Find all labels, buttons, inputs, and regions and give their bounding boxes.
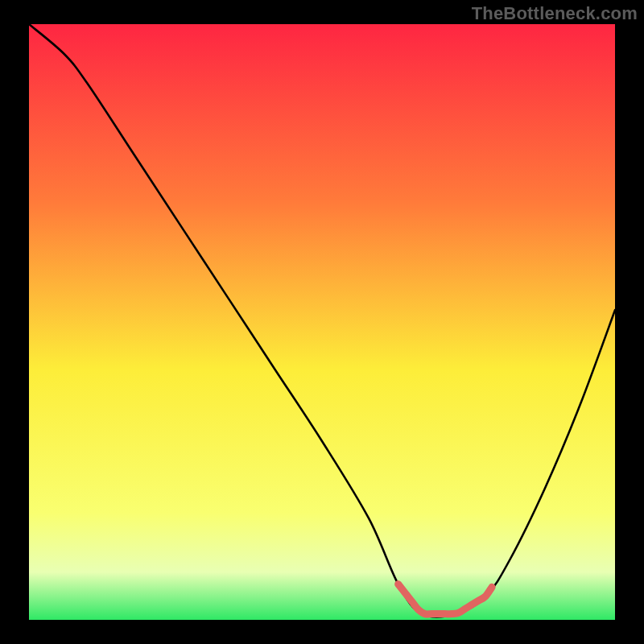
watermark-text: TheBottleneck.com [472,3,638,24]
bottleneck-chart [0,0,644,644]
plot-background [29,24,615,620]
chart-frame: { "watermark": "TheBottleneck.com", "col… [0,0,644,644]
